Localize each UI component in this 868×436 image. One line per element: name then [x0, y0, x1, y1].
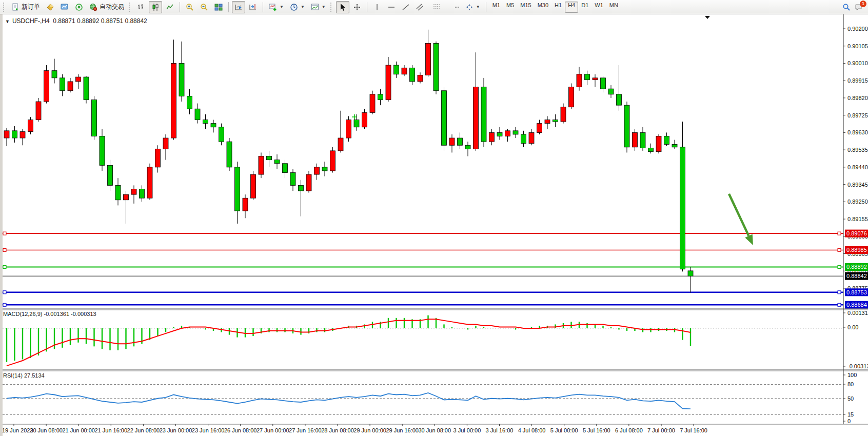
vertical-line-icon — [373, 3, 381, 11]
horizontal-line-tool-button[interactable] — [385, 1, 398, 13]
price-badge-0.88842: 0.88842 — [845, 272, 868, 280]
chart-window-button[interactable] — [58, 1, 71, 13]
chart-canvas[interactable]: 0.902000.901050.900100.899150.898200.897… — [0, 14, 868, 436]
text-tool-button[interactable] — [446, 1, 451, 13]
candle — [163, 138, 168, 149]
timeframe-button-h4[interactable]: H4 — [565, 2, 578, 13]
candle — [402, 68, 407, 74]
chat-button[interactable]: 1 — [855, 3, 863, 11]
timeframe-button-m5[interactable]: M5 — [503, 2, 517, 13]
vertical-line-tool-button[interactable] — [370, 1, 384, 13]
timeframe-button-h1[interactable]: H1 — [551, 2, 565, 13]
new-order-button[interactable]: 新订单 — [9, 1, 43, 13]
toolbar-separator — [367, 2, 367, 12]
chart-title-caret-icon[interactable]: ▼ — [5, 19, 10, 24]
price-tick-label: 0.89250 — [847, 199, 868, 205]
timeframe-group: M1M5M15M30H1H4D1W1MN — [489, 2, 621, 13]
dropdown-caret-icon: ▼ — [322, 5, 326, 9]
candle — [458, 138, 463, 145]
zoom-in-button[interactable] — [183, 1, 196, 13]
candle — [115, 185, 121, 200]
line-handle — [838, 248, 841, 251]
search-icon[interactable] — [842, 3, 851, 11]
dropdown-caret-icon: ▼ — [476, 5, 480, 9]
broadcast-button[interactable] — [72, 1, 86, 13]
periods-button[interactable]: ▼ — [287, 1, 307, 13]
toolbar-separator — [228, 2, 229, 12]
candle — [124, 194, 129, 200]
templates-button[interactable]: ▼ — [308, 1, 328, 13]
candle — [36, 102, 41, 120]
candle — [338, 138, 343, 151]
price-tick-label: 0.89630 — [847, 129, 868, 135]
line-handle — [3, 248, 6, 251]
candle — [664, 136, 669, 145]
candle — [648, 148, 654, 152]
bar-chart-button[interactable] — [134, 1, 148, 13]
candle — [561, 107, 566, 122]
candle — [20, 132, 25, 138]
rsi-indicator-label: RSI(14) 27.5134 — [3, 372, 45, 379]
candle — [569, 87, 574, 107]
timeframe-button-m15[interactable]: M15 — [517, 2, 534, 13]
candlestick-button[interactable] — [149, 1, 162, 13]
cursor-tool-button[interactable] — [336, 1, 349, 13]
timeframe-button-w1[interactable]: W1 — [591, 2, 606, 13]
auto-scroll-button[interactable] — [232, 1, 245, 13]
line-chart-button[interactable] — [163, 1, 176, 13]
candle — [410, 68, 415, 82]
crosshair-tool-button[interactable] — [350, 1, 364, 13]
candle — [577, 74, 582, 87]
dropdown-caret-icon: ▼ — [280, 5, 284, 9]
trendline-tool-button[interactable] — [399, 1, 412, 13]
candle — [529, 132, 534, 143]
autotrade-icon — [89, 3, 97, 11]
time-tick-label: 28 Jun 08:00 — [321, 427, 354, 433]
candle — [299, 185, 304, 191]
fibonacci-tool-button[interactable] — [430, 1, 445, 13]
candle — [227, 142, 232, 167]
timeframe-button-m1[interactable]: M1 — [489, 2, 503, 13]
chart-shift-button[interactable] — [246, 1, 260, 13]
time-tick-label: 6 Jul 08:00 — [615, 427, 643, 433]
svg-text:0.89076: 0.89076 — [846, 230, 867, 236]
candlestick-icon — [151, 3, 160, 11]
chart-window[interactable]: 0.902000.901050.900100.899150.898200.897… — [0, 14, 868, 436]
candle — [203, 120, 208, 124]
candle — [378, 94, 383, 100]
price-tick-label: 0.90105 — [847, 43, 868, 49]
timeframe-button-m30[interactable]: M30 — [535, 2, 551, 13]
arrows-tool-button[interactable]: ▼ — [463, 1, 483, 13]
indicators-button[interactable]: ▼ — [266, 1, 286, 13]
channel-tool-button[interactable] — [413, 1, 429, 13]
candle — [617, 94, 622, 105]
toolbar-grip — [3, 3, 7, 12]
tip-button[interactable] — [44, 1, 57, 13]
toolbar-grip — [330, 3, 334, 12]
candle — [28, 120, 33, 132]
candle — [513, 131, 518, 134]
timeframe-button-d1[interactable]: D1 — [578, 2, 591, 13]
line-chart-icon — [166, 3, 174, 11]
candle — [283, 164, 288, 173]
candle — [179, 63, 184, 96]
autotrade-button[interactable]: 自动交易 — [87, 1, 127, 13]
cursor-icon — [339, 3, 347, 11]
chart-shift-icon — [249, 3, 257, 11]
price-tick-label: 0.89155 — [847, 216, 868, 222]
candle — [656, 136, 661, 152]
candle — [187, 96, 192, 109]
chart-ohlc-values: 0.88871 0.88892 0.88751 0.88842 — [53, 17, 147, 25]
candle — [553, 120, 558, 122]
candle — [418, 75, 423, 82]
tile-windows-button[interactable] — [212, 1, 225, 13]
candle — [267, 156, 272, 160]
zoom-out-button[interactable] — [198, 1, 211, 13]
toolbar-right: 1 — [842, 3, 866, 11]
candle — [330, 151, 336, 171]
candle — [60, 78, 65, 91]
arrows-icon — [465, 3, 474, 11]
timeframe-button-mn[interactable]: MN — [606, 2, 621, 13]
text-label-tool-button[interactable] — [452, 1, 462, 13]
time-tick-label: 26 Jun 08:00 — [224, 427, 257, 433]
